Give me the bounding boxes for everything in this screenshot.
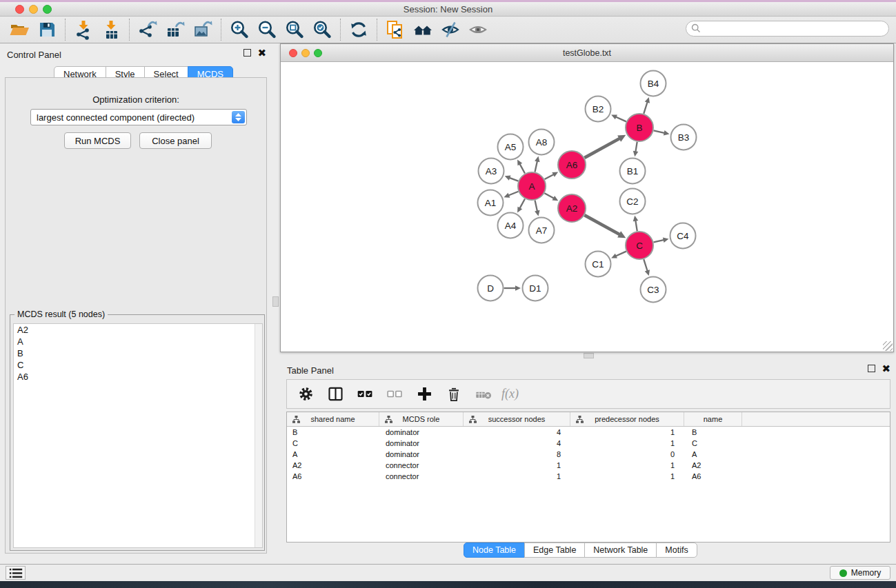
search-input[interactable]: [686, 21, 889, 37]
graph-node-B[interactable]: B: [626, 114, 653, 141]
add-column-icon[interactable]: [412, 383, 436, 406]
close-panel-button[interactable]: Close panel: [139, 132, 212, 149]
home-icon[interactable]: [409, 18, 437, 41]
table-cell[interactable]: C: [684, 439, 742, 447]
close-panel-icon[interactable]: ✖: [257, 49, 266, 57]
graph-node-A[interactable]: A: [518, 172, 546, 200]
table-row[interactable]: Adominator80A: [287, 449, 890, 460]
network-graph[interactable]: B4B2BB3A8A5A6A3B1AA1C2A2A4A7C4CC1C3DD1: [281, 62, 893, 352]
column-header-name[interactable]: name: [684, 412, 742, 426]
graph-node-C4[interactable]: C4: [670, 223, 696, 249]
save-icon[interactable]: [33, 18, 61, 41]
table-cell[interactable]: A2: [684, 461, 742, 469]
memory-button[interactable]: Memory: [830, 566, 890, 580]
zoom-fit-icon[interactable]: [281, 18, 308, 41]
column-header-predecessor-nodes[interactable]: predecessor nodes: [570, 412, 684, 426]
table-cell[interactable]: B: [287, 428, 379, 436]
column-header-shared-name[interactable]: shared name: [287, 412, 379, 426]
deselect-all-icon[interactable]: [383, 383, 406, 406]
table-cell[interactable]: connector: [379, 472, 464, 480]
delete-icon[interactable]: [442, 383, 466, 406]
float-panel-icon[interactable]: [868, 365, 875, 372]
column-header-mcds-role[interactable]: MCDS role: [379, 412, 464, 426]
graph-node-B1[interactable]: B1: [620, 159, 646, 184]
open-folder-icon[interactable]: [6, 18, 33, 41]
table-cell[interactable]: 1: [570, 461, 684, 469]
graph-edge[interactable]: [615, 116, 626, 121]
graph-edge[interactable]: [654, 130, 666, 133]
table-cell[interactable]: 1: [570, 428, 684, 436]
graph-edge[interactable]: [584, 138, 620, 157]
table-row[interactable]: A2connector11A2: [287, 460, 890, 471]
table-cell[interactable]: 4: [464, 439, 570, 447]
table-cell[interactable]: 4: [464, 428, 570, 436]
graph-edge[interactable]: [615, 252, 626, 256]
graph-node-D[interactable]: D: [478, 276, 504, 301]
table-cell[interactable]: 8: [464, 450, 570, 458]
graph-node-B3[interactable]: B3: [671, 125, 697, 150]
table-cell[interactable]: 0: [570, 450, 684, 458]
result-item[interactable]: A: [14, 336, 262, 347]
vertical-splitter[interactable]: [272, 43, 280, 564]
graph-edge[interactable]: [519, 199, 525, 208]
table-cell[interactable]: A6: [684, 472, 742, 480]
eye-icon[interactable]: [464, 18, 492, 41]
graph-edge[interactable]: [653, 240, 664, 242]
float-panel-icon[interactable]: [243, 49, 251, 57]
graph-edge[interactable]: [535, 161, 537, 172]
graph-edge[interactable]: [644, 259, 648, 272]
graph-edge[interactable]: [519, 163, 525, 173]
export-image-icon[interactable]: [189, 18, 217, 41]
graph-edge[interactable]: [535, 201, 537, 212]
table-cell[interactable]: 1: [464, 461, 570, 469]
result-item[interactable]: A2: [14, 324, 262, 336]
horizontal-splitter[interactable]: [280, 352, 896, 359]
graph-node-C[interactable]: C: [626, 232, 653, 259]
run-mcds-button[interactable]: Run MCDS: [64, 132, 131, 149]
table-cell[interactable]: 1: [570, 439, 684, 447]
table-cell[interactable]: A6: [287, 472, 379, 480]
select-all-icon[interactable]: [353, 383, 377, 406]
graph-edge[interactable]: [635, 220, 637, 231]
table-row[interactable]: Cdominator41C: [287, 438, 890, 449]
criterion-dropdown[interactable]: largest connected component (directed): [30, 109, 247, 125]
table-cell[interactable]: A2: [287, 461, 379, 469]
graph-node-A2[interactable]: A2: [558, 194, 586, 222]
column-header-successor-nodes[interactable]: successor nodes: [464, 412, 570, 426]
table-cell[interactable]: A: [684, 450, 742, 458]
import-table-icon[interactable]: [97, 18, 125, 41]
graph-node-A6[interactable]: A6: [558, 151, 586, 179]
columns-icon[interactable]: [323, 383, 347, 406]
table-row[interactable]: A6connector11A6: [287, 471, 890, 482]
graph-edge[interactable]: [644, 101, 648, 114]
graph-edge[interactable]: [545, 174, 555, 179]
table-cell[interactable]: dominator: [379, 450, 464, 458]
graph-node-A5[interactable]: A5: [498, 134, 524, 160]
table-row[interactable]: Bdominator41B: [287, 427, 890, 438]
splitter-grip[interactable]: [584, 353, 594, 358]
table-cell[interactable]: dominator: [379, 428, 464, 436]
table-cell[interactable]: C: [287, 439, 379, 447]
import-network-icon[interactable]: [70, 18, 97, 41]
graph-node-A1[interactable]: A1: [478, 190, 504, 216]
graph-node-A4[interactable]: A4: [498, 213, 524, 239]
graph-node-A7[interactable]: A7: [529, 218, 555, 243]
refresh-icon[interactable]: [345, 18, 372, 41]
splitter-grip[interactable]: [272, 296, 279, 307]
graph-node-C1[interactable]: C1: [586, 252, 611, 277]
graph-node-A8[interactable]: A8: [529, 130, 555, 155]
graph-node-D1[interactable]: D1: [523, 276, 548, 301]
result-scrollbar[interactable]: [255, 324, 262, 547]
duplicate-network-icon[interactable]: [381, 18, 409, 41]
graph-edge[interactable]: [635, 142, 637, 152]
mcds-result-list[interactable]: A2ABCA6: [13, 323, 263, 548]
graph-edge[interactable]: [584, 215, 620, 234]
result-item[interactable]: A6: [14, 371, 262, 383]
zoom-in-icon[interactable]: [226, 18, 253, 41]
graph-node-C2[interactable]: C2: [620, 189, 646, 214]
tab-node-table[interactable]: Node Table: [464, 543, 525, 558]
export-table-icon[interactable]: [161, 18, 189, 41]
zoom-out-icon[interactable]: [253, 18, 281, 41]
zoom-selected-icon[interactable]: [308, 18, 336, 41]
graph-node-B4[interactable]: B4: [641, 71, 666, 97]
